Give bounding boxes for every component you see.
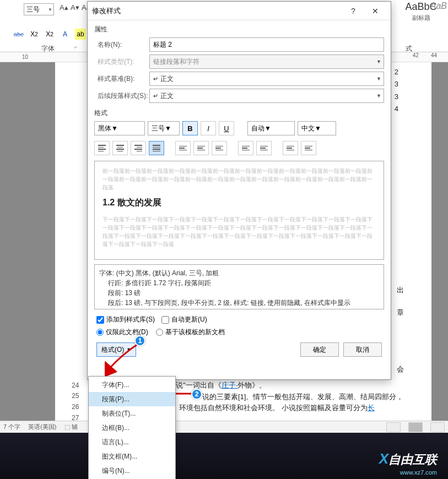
format-dropdown-button[interactable]: 格式(O)▼ [96, 342, 136, 357]
menu-tabs[interactable]: 制表位(T)... [89, 406, 175, 421]
highlight-icon[interactable]: ab [75, 29, 86, 40]
grow-font-icon[interactable]: A▴ [60, 3, 68, 12]
preview-next-text: 下一段落下一段落下一段落下一段落下一段落下一段落下一段落下一段落下一段落下一段落… [102, 215, 376, 248]
align-right-button[interactable] [131, 141, 146, 155]
lang-combo[interactable]: 中文▼ [298, 121, 336, 135]
preview-heading: 1.2 散文的发展 [102, 197, 376, 209]
side-2: 2 [395, 68, 398, 76]
space-after-button[interactable] [256, 141, 272, 155]
menu-paragraph[interactable]: 段落(P)... [89, 392, 175, 406]
description-box[interactable]: 字体: (中文) 黑体, (默认) Arial, 三号, 加粗 行距: 多倍行距… [94, 264, 384, 309]
chevron-down-icon: ▼ [111, 124, 118, 132]
chevron-down-icon: ▼ [48, 7, 52, 12]
align-center-button[interactable] [112, 141, 128, 155]
doc-text-line25: 说的三要素[1]。情节一般包括开端、发展、高潮、结局四部分， [202, 392, 403, 402]
template-radio[interactable]: 基于该模板的新文档 [156, 328, 225, 337]
preview-box: 前一段落前一段落前一段落前一段落前一段落前一段落前一段落前一段落前一段落前一段落… [94, 161, 384, 260]
strikethrough-icon[interactable]: abe [13, 29, 24, 40]
ruler-right: 42 44 [413, 52, 437, 58]
callout-badge-2: 2 [191, 389, 202, 400]
style-sample-2[interactable]: AaB [430, 1, 447, 11]
chevron-down-icon: ▼ [265, 124, 271, 132]
basedon-combo[interactable]: ↵正文▼ [149, 72, 384, 86]
dialog-title: 修改样式 [92, 6, 121, 16]
close-icon[interactable]: ✕ [364, 3, 386, 19]
dialog-launcher-icon[interactable]: ⌐ [74, 44, 78, 50]
line-spacing-2-button[interactable] [212, 141, 227, 155]
following-combo[interactable]: ↵正文▼ [149, 89, 384, 103]
decrease-indent-button[interactable] [283, 141, 298, 155]
align-justify-button[interactable] [149, 141, 164, 155]
dialog-titlebar[interactable]: 修改样式 ? ✕ [88, 2, 391, 20]
font-size-combo[interactable]: 三号▼ [148, 121, 180, 135]
web-layout-icon[interactable] [430, 422, 445, 432]
chevron-down-icon: ▼ [126, 347, 131, 352]
doc-text-line24: 说"一词出自《庄子·外物》。 [176, 380, 266, 390]
modify-style-dialog: 修改样式 ? ✕ 属性 名称(N): 标题 2 样式类型(T): 链接段落和字符… [87, 1, 391, 380]
name-label: 名称(N): [94, 40, 149, 50]
space-before-button[interactable] [238, 141, 253, 155]
chevron-down-icon: ▼ [165, 124, 171, 132]
font-color-combo[interactable]: 自动▼ [247, 121, 295, 135]
font-size-combo[interactable]: 三号 ▼ [24, 3, 54, 15]
italic-button[interactable]: I [201, 121, 216, 135]
font-size-value: 三号 [26, 5, 40, 14]
accessibility-icon[interactable]: ⬚ 辅 [64, 423, 78, 431]
properties-section: 属性 [94, 25, 384, 34]
menu-border[interactable]: 边框(B)... [89, 421, 175, 435]
status-bar: 7 个字 英语(美国) ⬚ 辅 [0, 421, 448, 433]
format-section: 格式 [94, 108, 384, 118]
doc-text-line26: 环境包括自然环境和社会环境。 小说按照篇幅及容量可分为长 [179, 403, 375, 413]
menu-frame[interactable]: 图文框(M)... [89, 449, 175, 464]
format-dropdown-menu: 字体(F)... 段落(P)... 制表位(T)... 边框(B)... 语言(… [88, 376, 176, 479]
watermark-url: www.xz7.com [400, 469, 437, 476]
chevron-down-icon: ▼ [315, 124, 321, 132]
chevron-down-icon: ▼ [376, 76, 381, 81]
format-toolbar-row1: 黑体▼ 三号▼ B I U 自动▼ 中文▼ [94, 121, 384, 135]
ok-button[interactable]: 确定 [300, 342, 339, 357]
underline-button[interactable]: U [219, 121, 234, 135]
language[interactable]: 英语(美国) [28, 423, 56, 431]
menu-font[interactable]: 字体(F)... [89, 378, 175, 392]
menu-language[interactable]: 语言(L)... [89, 435, 175, 449]
checkbox-row: 添加到样式库(S) 自动更新(U) [96, 315, 384, 324]
auto-update-checkbox[interactable]: 自动更新(U) [161, 315, 207, 324]
align-left-button[interactable] [94, 141, 110, 155]
chevron-down-icon: ▼ [376, 59, 381, 64]
preview-prev-text: 前一段落前一段落前一段落前一段落前一段落前一段落前一段落前一段落前一段落前一段落… [102, 167, 376, 192]
line-spacing-15-button[interactable] [193, 141, 209, 155]
increase-indent-button[interactable] [301, 141, 316, 155]
name-input[interactable]: 标题 2 [149, 37, 384, 52]
word-count[interactable]: 7 个字 [3, 423, 20, 431]
chevron-down-icon: ▼ [376, 93, 381, 99]
shrink-font-icon[interactable]: A▾ [71, 3, 79, 12]
side-4: 4 [395, 105, 398, 113]
side-zhang: 章 [397, 308, 404, 318]
line-num-26: 26 [72, 403, 79, 411]
type-label: 样式类型(T): [94, 57, 149, 67]
basedon-label: 样式基准(B): [94, 74, 149, 84]
line-num-25: 25 [72, 392, 79, 400]
para-icon: ↵ [153, 92, 158, 100]
superscript-icon[interactable]: X2 [44, 29, 55, 40]
line-spacing-1-button[interactable] [175, 141, 191, 155]
cancel-button[interactable]: 取消 [343, 342, 382, 357]
side-hui: 会 [397, 364, 404, 374]
menu-numbering[interactable]: 编号(N)... [89, 464, 175, 478]
side-chu: 出 [397, 285, 404, 295]
add-to-gallery-checkbox[interactable]: 添加到样式库(S) [96, 315, 155, 324]
subscript-icon[interactable]: X2 [29, 29, 40, 40]
type-combo: 链接段落和字符▼ [149, 55, 384, 69]
watermark-brand: X自由互联 [379, 450, 437, 468]
para-icon: ↵ [153, 75, 158, 83]
text-effects-icon[interactable]: A [60, 29, 71, 40]
print-layout-icon[interactable] [408, 422, 423, 432]
help-icon[interactable]: ? [342, 3, 364, 19]
format-toolbar-row2 [94, 141, 384, 155]
side-3a: 3 [395, 80, 398, 88]
line-num-24: 24 [72, 382, 79, 389]
read-mode-icon[interactable] [386, 422, 401, 432]
following-label: 后续段落样式(S): [94, 91, 149, 101]
bold-button[interactable]: B [182, 121, 198, 135]
font-family-combo[interactable]: 黑体▼ [94, 121, 145, 135]
